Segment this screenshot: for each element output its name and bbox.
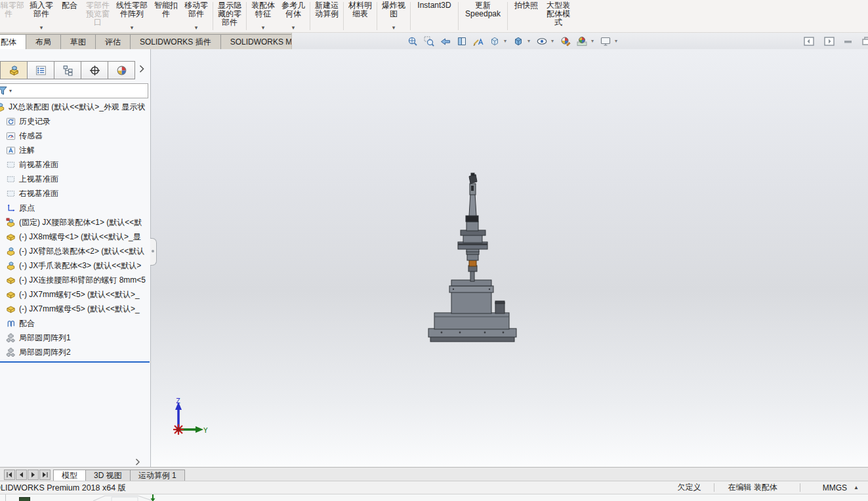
3d-model-robot-assembly[interactable] [414,167,533,352]
ribbon-button-move-component[interactable]: 移动零部件 [181,0,211,32]
tree-item-circular-pattern-1[interactable]: 局部圆周阵列1 [0,331,150,345]
plane-icon [6,174,16,184]
collapse-right-pane-icon[interactable] [824,37,835,46]
ribbon-button-large-assembly-mode[interactable]: 大型装配体模式 [543,0,573,32]
tab-featuremanager-tree[interactable] [0,61,28,79]
ribbon-button-new-motion-study[interactable]: 新建运动算例 [312,0,342,32]
tree-item-sensors[interactable]: 传感器 [0,129,150,143]
tab-propertymanager[interactable] [27,61,54,79]
tree-item-gripper-assembly[interactable]: (-) JX手爪装配体<3> (默认<<默认> [0,258,150,273]
view-orientation-icon[interactable] [487,34,502,49]
tab-layout[interactable]: 布局 [26,34,61,49]
ribbon-button-assembly-features[interactable]: 装配体特征 [248,0,278,32]
tab-sketch[interactable]: 草图 [60,34,96,49]
tree-item-annotations[interactable]: 注解 [0,143,150,157]
edit-appearance-icon[interactable] [558,34,573,49]
apply-scene-icon[interactable] [575,34,589,49]
background-model-outline [92,494,155,501]
tab-motion-study-1[interactable]: 运动算例 1 [130,470,185,481]
ribbon-button-mate[interactable]: 配合 [56,0,83,32]
last-sheet-icon[interactable] [39,470,51,480]
tab-solidworks-addins[interactable]: SOLIDWORKS 插件 [130,34,221,49]
ribbon-button-exploded-view[interactable]: 爆炸视图 [379,0,409,32]
units-caret-icon[interactable]: ▲ [854,485,859,491]
tree-filter-input[interactable]: ▾ [0,83,148,98]
feature-tree: JX总装配图 (默认<<默认>_外观 显示状 历史记录 传感器 注解 前视基准面… [0,100,150,363]
graphics-viewport[interactable]: Z Y [151,49,868,467]
part-icon [6,275,16,285]
tree-item-8m-nut[interactable]: (-) JX8m螺母<1> (默认<<默认>_显 [0,230,150,244]
solidworks-window: { "ribbon": { "buttons": [ {"label": "编辑… [0,0,868,501]
ribbon-button-component-preview: 零部件预览窗口 [83,0,113,32]
ribbon-button-take-snapshot[interactable]: 拍快照 [509,0,543,32]
ribbon-button-insert-component[interactable]: 插入零部件 [26,0,56,32]
ribbon-separator [377,2,377,30]
minimize-button[interactable] [844,37,852,46]
tree-item-7mm-nut[interactable]: (-) JX7mm螺母<5> (默认<<默认>_ [0,302,150,316]
ribbon-button-linear-pattern[interactable]: 线性零部件阵列 [113,0,151,32]
zoom-to-area-icon[interactable] [422,34,436,49]
tree-item-connect-screw-8mm[interactable]: (-) JX连接腰部和臂部的螺钉 8mm<5 [0,273,150,287]
tab-assembly[interactable]: 装配体 [0,34,26,49]
headsup-view-toolbar: ▾ ▾ ▾ ▾ ▾ [405,33,620,49]
tab-dimxpertmanager[interactable] [81,61,108,79]
tab-configurationmanager[interactable] [54,61,81,79]
ribbon-button-show-hidden-components[interactable]: 显示隐藏的零部件 [215,0,245,32]
hide-show-annotations-icon[interactable] [471,34,486,49]
tab-solidworks-mbd[interactable]: SOLIDWORKS MBD [220,34,292,49]
tree-item-right-plane[interactable]: 右视基准面 [0,186,150,201]
previous-sheet-icon[interactable] [16,470,27,480]
filter-caret-icon[interactable]: ▾ [9,88,12,94]
ribbon-button-smart-fasteners[interactable]: 智能扣件 [151,0,181,32]
section-view-icon[interactable] [455,34,469,49]
status-product-version: SOLIDWORKS Premium 2018 x64 版 [0,483,126,494]
hide-show-items-icon[interactable] [535,34,549,49]
status-units[interactable]: MMGS [823,483,847,492]
hide-show-items-caret[interactable]: ▾ [551,38,556,44]
ribbon-button-bill-of-materials[interactable]: 材料明细表 [345,0,375,32]
tree-item-7mm-screw[interactable]: (-) JX7mm螺钉<5> (默认<<默认>_ [0,287,150,302]
tree-root-assembly[interactable]: JX总装配图 (默认<<默认>_外观 显示状 [0,100,150,114]
pattern-icon [6,333,16,343]
ribbon-button-instant3d[interactable]: Instant3D [412,0,457,32]
tree-item-waist-assembly[interactable]: (固定) JX腰部装配体<1> (默认<<默 [0,215,150,230]
collapse-left-pane-icon[interactable] [804,37,814,46]
tree-item-origin[interactable]: 原点 [0,201,150,215]
tree-item-mates[interactable]: 配合 [0,316,150,331]
subassembly-icon [6,247,16,256]
zoom-to-fit-icon[interactable] [405,34,420,49]
status-editing: 在编辑 装配体 [728,482,777,493]
display-style-caret[interactable]: ▾ [527,38,533,44]
tab-3d-views[interactable]: 3D 视图 [85,470,131,481]
display-style-icon[interactable] [511,34,526,49]
tree-item-top-plane[interactable]: 上视基准面 [0,172,150,186]
rollback-bar[interactable] [0,361,150,363]
tab-model[interactable]: 模型 [53,470,86,481]
restore-button[interactable] [862,37,868,46]
command-tabs: 装配体 布局 草图 评估 SOLIDWORKS 插件 SOLIDWORKS MB… [0,33,292,49]
subassembly-icon [6,261,16,271]
tree-item-history[interactable]: 历史记录 [0,114,150,129]
previous-view-icon[interactable] [438,34,453,49]
view-settings-icon[interactable] [598,34,613,49]
tab-evaluate[interactable]: 评估 [95,34,131,49]
next-sheet-icon[interactable] [28,470,39,480]
apply-scene-caret[interactable]: ▾ [591,38,596,44]
ribbon-button-reference-geometry[interactable]: 参考几何体 [278,0,308,32]
ribbon-separator [246,2,247,30]
tree-item-front-plane[interactable]: 前视基准面 [0,157,150,172]
tab-displaymanager[interactable] [108,61,135,79]
assembly-fixed-icon [6,218,16,228]
panel-scroll-right-icon[interactable] [135,458,140,466]
first-sheet-icon[interactable] [4,470,15,480]
tree-item-circular-pattern-2[interactable]: 局部圆周阵列2 [0,345,150,359]
tree-item-arm-assembly[interactable]: (-) JX臂部总装配体<2> (默认<<默认 [0,244,150,258]
sensors-icon [6,131,16,141]
panel-expand-chevron-icon[interactable] [139,65,144,73]
view-settings-caret[interactable]: ▾ [615,38,620,44]
view-orientation-caret[interactable]: ▾ [504,38,509,44]
status-constraint: 欠定义 [677,482,701,493]
ribbon-button-update-speedpak[interactable]: 更新 Speedpak [460,0,506,32]
background-window-fragment [19,497,30,501]
panel-splitter-handle[interactable] [150,238,157,266]
